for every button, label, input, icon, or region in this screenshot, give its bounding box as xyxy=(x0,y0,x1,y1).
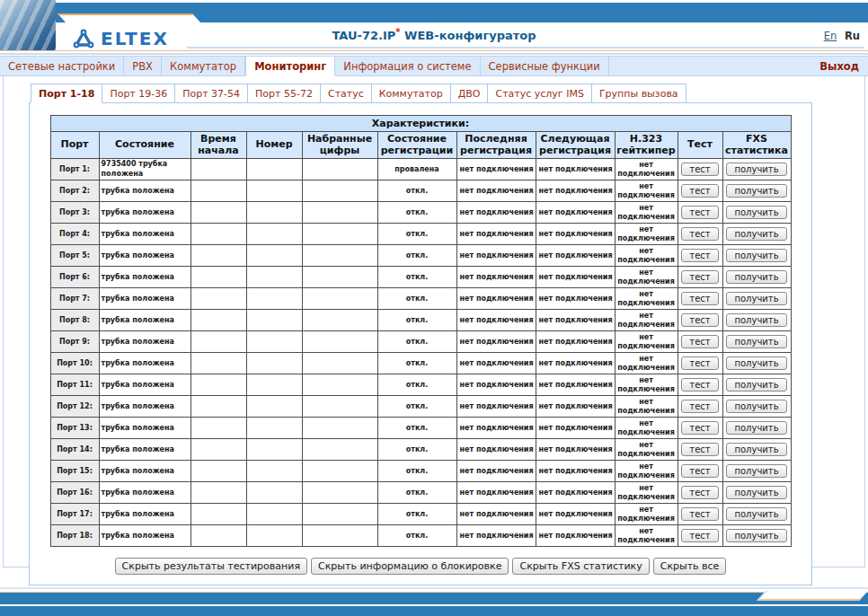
fxs-get-button[interactable]: получить xyxy=(726,443,786,456)
port-row: Порт 9:трубка положенаоткл.нет подключен… xyxy=(50,331,791,353)
fxs-get-button[interactable]: получить xyxy=(726,378,786,392)
subtab-dvo[interactable]: ДВО xyxy=(451,84,489,103)
test-button[interactable]: тест xyxy=(681,335,718,348)
dialed-digits-cell xyxy=(302,418,377,439)
port-cell: Порт 5: xyxy=(50,245,99,267)
col-state: Состояние xyxy=(99,132,190,159)
test-button[interactable]: тест xyxy=(681,421,718,435)
start-time-cell xyxy=(190,482,246,504)
fxs-get-button[interactable]: получить xyxy=(726,486,786,499)
dialed-digits-cell xyxy=(302,288,377,310)
fxs-get-button[interactable]: получить xyxy=(726,163,786,176)
test-button[interactable]: тест xyxy=(681,400,718,413)
test-button[interactable]: тест xyxy=(681,464,718,478)
fxs-get-button[interactable]: получить xyxy=(726,507,786,521)
test-button[interactable]: тест xyxy=(681,443,718,456)
start-time-cell xyxy=(190,245,246,267)
subtab-ims-services-status[interactable]: Статус услуг IMS xyxy=(488,84,591,103)
fxs-get-button[interactable]: получить xyxy=(726,529,786,542)
fxs-get-button[interactable]: получить xyxy=(726,206,786,219)
start-time-cell xyxy=(190,224,246,245)
h323-cell: нет подключения xyxy=(615,396,678,418)
fxs-get-button[interactable]: получить xyxy=(726,292,786,305)
fxs-get-button[interactable]: получить xyxy=(726,313,786,327)
test-button[interactable]: тест xyxy=(681,507,718,521)
test-button[interactable]: тест xyxy=(681,378,718,392)
test-button[interactable]: тест xyxy=(681,227,718,241)
logout-link[interactable]: Выход xyxy=(810,57,868,75)
subtab-port-55-72[interactable]: Порт 55-72 xyxy=(248,84,321,103)
last-reg-cell: нет подключения xyxy=(456,331,536,353)
lang-en-link[interactable]: En xyxy=(824,30,837,42)
nav-tab-pbx[interactable]: PBX xyxy=(124,57,162,75)
hide-block-info-button[interactable]: Скрыть информацию о блокировке xyxy=(311,558,509,575)
hide-fxs-stats-button[interactable]: Скрыть FXS статистику xyxy=(512,558,649,575)
lang-ru-label[interactable]: Ru xyxy=(845,30,860,42)
fxs-get-button[interactable]: получить xyxy=(726,270,786,284)
next-reg-cell: нет подключения xyxy=(536,396,615,418)
fxs-get-button[interactable]: получить xyxy=(726,464,786,478)
test-button[interactable]: тест xyxy=(681,270,718,284)
nav-tab-network-settings[interactable]: Сетевые настройки xyxy=(0,57,124,75)
port-cell: Порт 10: xyxy=(50,353,99,374)
port-row: Порт 17:трубка положенаоткл.нет подключе… xyxy=(50,504,791,525)
dialed-digits-cell xyxy=(302,310,377,331)
test-button[interactable]: тест xyxy=(681,163,718,176)
number-cell xyxy=(246,418,302,439)
hide-all-button[interactable]: Скрыть все xyxy=(653,558,727,575)
test-cell: тест xyxy=(678,374,722,396)
subtab-call-groups[interactable]: Группы вызова xyxy=(592,84,686,103)
fxs-get-button[interactable]: получить xyxy=(726,227,786,241)
test-button[interactable]: тест xyxy=(681,356,718,370)
start-time-cell xyxy=(190,180,246,202)
table-actions: Скрыть результаты тестированияСкрыть инф… xyxy=(30,556,811,575)
subtab-status[interactable]: Статус xyxy=(321,84,372,103)
fxs-get-button[interactable]: получить xyxy=(726,421,786,435)
h323-cell: нет подключения xyxy=(615,180,678,202)
reg-state-cell: откл. xyxy=(377,374,456,396)
next-reg-cell: нет подключения xyxy=(536,461,615,482)
fxs-get-button[interactable]: получить xyxy=(726,356,786,370)
nav-tab-service-functions[interactable]: Сервисные функции xyxy=(481,57,609,75)
port-cell: Порт 4: xyxy=(50,224,99,245)
subtab-port-19-36[interactable]: Порт 19-36 xyxy=(102,84,175,103)
port-cell: Порт 2: xyxy=(50,180,99,202)
subtab-port-37-54[interactable]: Порт 37-54 xyxy=(175,84,248,103)
subtab-port-1-18[interactable]: Порт 1-18 xyxy=(31,84,102,103)
test-button[interactable]: тест xyxy=(681,206,718,219)
port-row: Порт 10:трубка положенаоткл.нет подключе… xyxy=(50,353,791,374)
next-reg-cell: нет подключения xyxy=(536,374,615,396)
fxs-get-button[interactable]: получить xyxy=(726,184,786,198)
port-cell: Порт 16: xyxy=(50,482,99,504)
last-reg-cell: нет подключения xyxy=(456,288,536,310)
port-row: Порт 2:трубка положенаоткл.нет подключен… xyxy=(50,180,791,202)
nav-tab-switch[interactable]: Коммутатор xyxy=(162,57,245,75)
reg-state-cell: откл. xyxy=(377,245,456,267)
nav-tab-monitoring[interactable]: Мониторинг xyxy=(245,57,335,76)
last-reg-cell: нет подключения xyxy=(456,482,536,504)
port-cell: Порт 11: xyxy=(50,374,99,396)
start-time-cell xyxy=(190,418,246,439)
dialed-digits-cell xyxy=(302,482,377,504)
number-cell xyxy=(246,331,302,353)
col-reg-state: Состояние регистрации xyxy=(377,132,456,159)
nav-tab-system-info[interactable]: Информация о системе xyxy=(335,57,480,75)
test-cell: тест xyxy=(678,288,722,310)
dialed-digits-cell xyxy=(302,202,377,224)
test-button[interactable]: тест xyxy=(681,184,718,198)
number-cell xyxy=(246,482,302,504)
test-button[interactable]: тест xyxy=(681,486,718,499)
fxs-get-button[interactable]: получить xyxy=(726,400,786,413)
test-button[interactable]: тест xyxy=(681,529,718,542)
fxs-get-button[interactable]: получить xyxy=(726,335,786,348)
subtab-switch[interactable]: Коммутатор xyxy=(372,84,451,103)
state-cell: трубка положена xyxy=(99,418,190,439)
test-button[interactable]: тест xyxy=(681,313,718,327)
fxs-get-button[interactable]: получить xyxy=(726,249,786,262)
col-dialed-digits: Набранные цифры xyxy=(302,132,377,159)
test-button[interactable]: тест xyxy=(681,249,718,262)
fxs-cell: получить xyxy=(722,267,791,288)
hide-test-results-button[interactable]: Скрыть результаты тестирования xyxy=(115,558,307,575)
test-button[interactable]: тест xyxy=(681,292,718,305)
h323-cell: нет подключения xyxy=(615,202,678,224)
